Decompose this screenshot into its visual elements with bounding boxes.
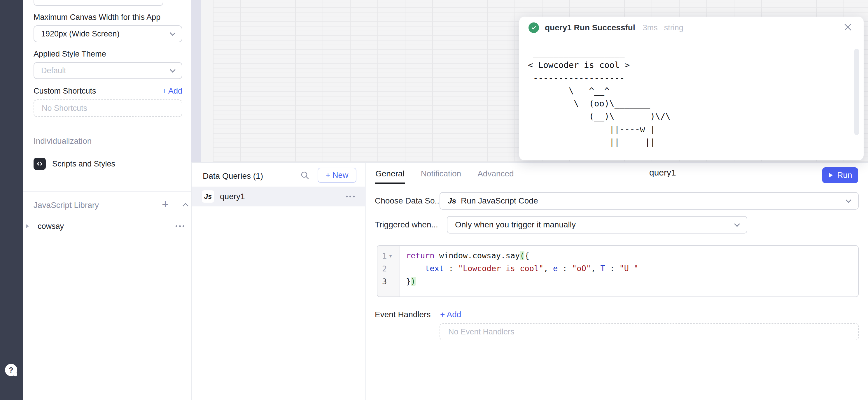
scripts-and-styles-label: Scripts and Styles [52, 160, 115, 168]
chevron-down-icon [170, 30, 176, 36]
style-theme-placeholder: Default [41, 66, 66, 75]
query-title: query1 [649, 168, 676, 177]
chevron-up-icon[interactable] [183, 203, 188, 209]
js-icon: Js [448, 197, 456, 205]
more-options-icon[interactable] [175, 225, 185, 227]
tab-notification[interactable]: Notification [420, 163, 462, 184]
code-content[interactable]: return window.cowsay.say({ text : "Lowco… [400, 246, 639, 297]
run-result-popup: query1 Run Successful 3ms string _______… [519, 16, 864, 160]
library-item-label: cowsay [38, 222, 64, 231]
scripts-and-styles-item[interactable]: Scripts and Styles [34, 157, 182, 171]
event-handlers-label: Event Handlers [375, 310, 431, 319]
data-queries-header: Data Queries (1) [203, 171, 263, 181]
line-number: 1 [382, 251, 387, 260]
play-icon [828, 172, 833, 178]
code-icon [34, 158, 46, 170]
individualization-header: Individualization [34, 136, 92, 146]
query-editor-tabs: General Notification Advanced [375, 163, 515, 184]
close-icon[interactable] [844, 23, 852, 31]
add-library-button[interactable]: + [162, 198, 168, 210]
chevron-down-icon [170, 67, 176, 73]
datasource-select[interactable]: Js Run JavaScript Code [439, 192, 859, 210]
tab-general[interactable]: General [375, 163, 405, 184]
canvas-width-value: 1920px (Wide Screen) [41, 29, 120, 38]
query-editor-pane: General Notification Advanced query1 Run… [366, 163, 868, 400]
lowcoder-app-editor: ? Maximum Canvas Width for this App 1920… [0, 0, 868, 400]
js-library-header: JavaScript Library + [34, 201, 182, 210]
question-mark-icon: ? [9, 366, 13, 374]
query-list-item[interactable]: Js query1 [192, 187, 366, 206]
help-button[interactable]: ? [5, 364, 17, 376]
library-item-cowsay[interactable]: cowsay [23, 219, 191, 234]
datasource-label: Choose Data So... [375, 196, 442, 205]
line-number: 2 [382, 264, 387, 273]
chevron-down-icon [845, 197, 851, 203]
settings-panel: Maximum Canvas Width for this App 1920px… [23, 0, 191, 400]
code-line-1: return window.cowsay.say({ [406, 249, 639, 262]
success-check-icon [528, 23, 539, 33]
run-result-header: query1 Run Successful 3ms string [528, 23, 683, 33]
cutoff-input[interactable] [34, 0, 163, 6]
code-line-2: text : "Lowcoder is cool", e : "oO", T :… [406, 262, 639, 275]
run-duration: 3ms [643, 23, 658, 32]
no-shortcuts-placeholder: No Shortcuts [34, 99, 182, 117]
run-result-title: query1 Run Successful [545, 23, 635, 32]
query-bottom-panel: Data Queries (1) + New Js query1 General… [191, 162, 868, 400]
chevron-down-icon [734, 221, 740, 227]
canvas-margin [191, 0, 201, 162]
trigger-value: Only when you trigger it manually [455, 220, 576, 229]
divider [23, 191, 191, 192]
canvas-width-label: Maximum Canvas Width for this App [34, 13, 160, 22]
trigger-label: Triggered when... [375, 220, 438, 229]
tab-advanced[interactable]: Advanced [477, 163, 515, 184]
code-gutter: 1 ▾ 2 3 [377, 246, 400, 297]
js-library-title: JavaScript Library [34, 201, 99, 210]
cowsay-ascii-output: __________________ < Lowcoder is cool > … [528, 46, 671, 148]
add-event-handler-button[interactable]: + Add [440, 310, 461, 319]
more-options-icon[interactable] [346, 195, 355, 198]
code-line-3: }) [406, 275, 639, 288]
fold-arrow-icon[interactable]: ▾ [389, 253, 392, 259]
canvas-width-select[interactable]: 1920px (Wide Screen) [34, 25, 182, 42]
scrollbar-thumb[interactable] [854, 49, 859, 135]
run-button[interactable]: Run [822, 167, 858, 183]
result-type: string [664, 23, 683, 32]
new-query-button[interactable]: + New [318, 168, 356, 183]
no-event-handlers-placeholder: No Event Handlers [439, 323, 859, 340]
style-theme-select[interactable]: Default [34, 62, 182, 79]
search-icon[interactable] [300, 171, 309, 180]
caret-right-icon[interactable] [26, 224, 29, 229]
query-name: query1 [220, 192, 245, 201]
js-query-icon: Js [202, 190, 214, 203]
custom-shortcuts-label: Custom Shortcuts [34, 87, 96, 96]
data-queries-pane: Data Queries (1) + New Js query1 [192, 163, 366, 400]
code-editor[interactable]: 1 ▾ 2 3 return window.cowsay.say({ text … [377, 245, 859, 297]
add-shortcut-button[interactable]: + Add [162, 87, 182, 96]
trigger-select[interactable]: Only when you trigger it manually [447, 216, 747, 234]
datasource-value: Run JavaScript Code [461, 196, 538, 205]
line-number: 3 [382, 277, 387, 286]
left-rail: ? [0, 0, 23, 400]
style-theme-label: Applied Style Theme [34, 49, 106, 59]
